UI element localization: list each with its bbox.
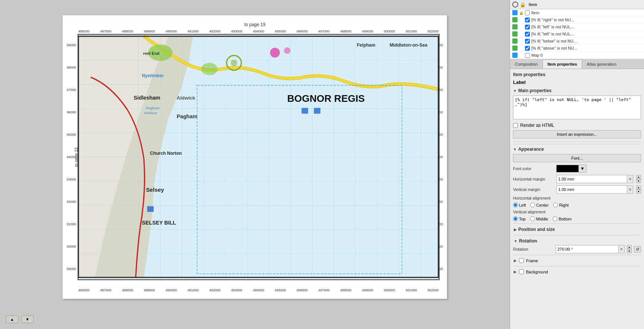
layer-name: Item <box>531 10 539 15</box>
background-label: Background <box>526 270 548 274</box>
list-item[interactable]: [% if( "right" is not NU... <box>510 16 644 24</box>
layer-visibility-checkbox[interactable] <box>525 39 530 44</box>
frame-checkbox[interactable] <box>519 258 524 263</box>
position-size-section: ▶ Position and size <box>513 223 641 234</box>
v-align-middle-label: Middle <box>536 217 548 221</box>
h-align-right-label: Right <box>559 203 569 207</box>
svg-text:Pagham: Pagham <box>146 106 160 110</box>
svg-text:Middleton-on-Sea: Middleton-on-Sea <box>390 43 427 48</box>
vertical-margin-spin-up[interactable]: ▲ <box>636 185 641 189</box>
layer-visibility-checkbox[interactable] <box>525 18 530 22</box>
expression-textarea[interactable] <box>513 95 641 119</box>
horizontal-margin-spin-up[interactable]: ▲ <box>636 175 641 179</box>
position-size-header[interactable]: ▶ Position and size <box>513 225 641 234</box>
svg-text:Selsey: Selsey <box>146 187 164 193</box>
rotation-clear-button[interactable]: ✕ <box>618 245 624 253</box>
horizontal-margin-input[interactable] <box>557 176 627 182</box>
horizontal-margin-spin-down[interactable]: ▼ <box>636 179 641 183</box>
vertical-margin-input-wrap: ✕ <box>556 185 633 194</box>
rotation-row: Rotation ✕ ▲ ▼ ↺ <box>513 245 641 253</box>
main-properties-header[interactable]: ▼ Main properties <box>513 88 641 93</box>
canvas-area: to page 19 to page 22 486000 487000 4880… <box>3 3 507 311</box>
layer-visibility-checkbox[interactable] <box>525 53 530 58</box>
color-dropdown-button[interactable]: ▼ <box>579 164 587 173</box>
appearance-title: Appearance <box>518 147 544 152</box>
layer-type-icon <box>512 53 518 58</box>
top-icons-bar: 🔒 Item <box>510 0 644 9</box>
rotation-spinner: ▲ ▼ <box>627 245 632 253</box>
svg-rect-31 <box>314 108 321 113</box>
tab-atlas-generation[interactable]: Atlas generation <box>582 59 622 69</box>
bottom-btn-2[interactable]: ▼ <box>21 316 34 323</box>
insert-expression-button[interactable]: Insert an expression... <box>513 130 641 138</box>
list-item[interactable]: Map 0 <box>510 52 644 59</box>
lock-icon: 🔒 <box>519 11 523 15</box>
tabs-row: Composition Item properties Atlas genera… <box>510 59 644 69</box>
svg-rect-45 <box>147 206 154 212</box>
layer-name: [% if( "right" is not NU... <box>531 18 574 22</box>
color-picker-row: ▼ <box>556 164 587 173</box>
svg-text:Harbour: Harbour <box>144 111 157 115</box>
list-item[interactable]: 🔒 Item <box>510 9 644 16</box>
map-image[interactable]: reet End Nyetimber Sidlesham Aldwick Pag… <box>78 34 440 280</box>
layer-type-icon <box>512 46 518 51</box>
horizontal-alignment-radio-row: Left Center Right <box>513 203 641 207</box>
font-color-label: Font color <box>513 166 554 171</box>
left-panel: to page 19 to page 22 486000 487000 4880… <box>0 0 510 329</box>
list-item[interactable]: [% if( "below" is not NU... <box>510 38 644 45</box>
layer-visibility-checkbox[interactable] <box>525 32 530 37</box>
rotation-reset-button[interactable]: ↺ <box>634 246 641 253</box>
position-size-title: Position and size <box>518 227 555 232</box>
vertical-margin-spin-down[interactable]: ▼ <box>636 189 641 194</box>
layer-visibility-checkbox[interactable] <box>525 46 530 51</box>
render-html-checkbox[interactable] <box>513 123 518 128</box>
font-button[interactable]: Font... <box>513 154 641 162</box>
font-color-row: Font color ▼ <box>513 164 641 173</box>
rotation-spin-up[interactable]: ▲ <box>627 245 632 249</box>
layer-visibility-checkbox[interactable] <box>525 25 530 29</box>
map-container: to page 19 to page 22 486000 487000 4880… <box>63 15 447 299</box>
v-align-top-radio[interactable] <box>513 216 518 221</box>
appearance-header[interactable]: ▼ Appearance <box>513 147 641 152</box>
tab-composition[interactable]: Composition <box>510 59 543 69</box>
rotation-input[interactable] <box>556 246 618 252</box>
bottom-btn-1[interactable]: ▲ <box>6 316 18 323</box>
v-align-top-option[interactable]: Top <box>513 216 526 221</box>
list-item[interactable]: [% if( "left" is not NUL... <box>510 31 644 38</box>
v-align-top-label: Top <box>519 217 526 221</box>
vertical-alignment-radio-row: Top Middle Bottom <box>513 216 641 221</box>
v-align-bottom-radio[interactable] <box>553 216 557 221</box>
list-item[interactable]: [% if( "left" is not NUL... <box>510 24 644 31</box>
rotation-collapse-icon: ▼ <box>514 239 518 243</box>
horizontal-margin-clear-button[interactable]: ✕ <box>627 175 633 183</box>
h-align-center-radio[interactable] <box>530 203 535 207</box>
h-align-left-radio[interactable] <box>513 203 518 207</box>
vertical-margin-clear-button[interactable]: ✕ <box>627 186 633 193</box>
h-align-right-option[interactable]: Right <box>553 203 569 207</box>
rotation-header[interactable]: ▼ Rotation <box>513 237 641 245</box>
vertical-margin-label: Vertical margin <box>513 187 554 192</box>
svg-point-25 <box>201 63 218 75</box>
h-align-left-option[interactable]: Left <box>513 203 526 207</box>
font-color-swatch[interactable] <box>556 165 579 172</box>
vertical-margin-input[interactable] <box>557 187 627 192</box>
v-align-middle-radio[interactable] <box>530 216 535 221</box>
background-checkbox[interactable] <box>519 269 524 274</box>
svg-point-29 <box>284 47 291 54</box>
tab-item-properties[interactable]: Item properties <box>543 59 582 69</box>
h-align-left-label: Left <box>519 203 526 207</box>
position-size-collapse-icon: ▶ <box>514 228 517 232</box>
list-item[interactable]: [% if( "above" is not NU... <box>510 45 644 52</box>
vertical-alignment-label: Vertical alignment <box>513 210 641 214</box>
frame-collapse-icon: ▶ <box>514 258 517 263</box>
horizontal-margin-spinner: ▲ ▼ <box>636 175 641 183</box>
rotation-spin-down[interactable]: ▼ <box>627 249 632 253</box>
frame-row: ▶ Frame <box>513 257 641 264</box>
h-align-center-option[interactable]: Center <box>530 203 548 207</box>
v-align-middle-option[interactable]: Middle <box>530 216 548 221</box>
ruler-top: 486000 487000 488000 489000 490000 49100… <box>78 22 440 33</box>
h-align-right-radio[interactable] <box>553 203 558 207</box>
layer-visibility-checkbox[interactable] <box>525 10 530 15</box>
properties-area: Item properties Label ▼ Main properties … <box>510 69 644 329</box>
v-align-bottom-option[interactable]: Bottom <box>553 216 572 221</box>
